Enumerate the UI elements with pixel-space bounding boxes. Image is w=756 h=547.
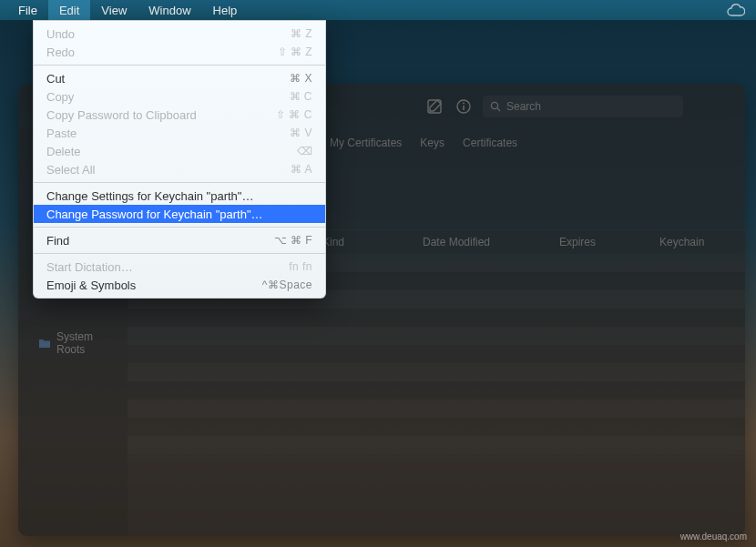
tab-keys[interactable]: Keys — [418, 135, 446, 151]
menu-item-label: Start Dictation… — [46, 260, 289, 274]
create-note-icon[interactable] — [424, 96, 444, 116]
menu-item-shortcut: ^⌘Space — [262, 279, 312, 291]
watermark: www.deuaq.com — [680, 532, 747, 542]
menu-item-label: Undo — [46, 27, 291, 41]
menu-item-label: Paste — [46, 127, 290, 140]
menu-item-label: Cut — [46, 72, 290, 86]
menu-item-copy: Copy⌘ C — [34, 87, 325, 106]
icloud-status-icon[interactable] — [727, 4, 745, 16]
menu-item-cut[interactable]: Cut⌘ X — [34, 69, 325, 87]
menu-item-label: Delete — [46, 145, 297, 158]
info-icon[interactable] — [454, 96, 474, 116]
menu-item-label: Select All — [46, 163, 291, 177]
menu-item-label: Emoji & Symbols — [46, 279, 262, 292]
menu-item-shortcut: ⌘ A — [291, 163, 312, 176]
tab-certificates[interactable]: Certificates — [461, 135, 519, 151]
table-row[interactable] — [128, 327, 745, 345]
menu-item-shortcut: ⇧ ⌘ Z — [278, 46, 313, 58]
menu-item-start-dictation: Start Dictation…fn fn — [34, 258, 325, 276]
menu-file[interactable]: File — [7, 0, 48, 20]
menu-edit[interactable]: Edit — [48, 0, 90, 20]
menu-separator — [34, 65, 325, 66]
menu-item-shortcut: ⌘ C — [290, 90, 313, 103]
column-keychain[interactable]: Keychain — [659, 236, 732, 248]
menu-item-shortcut: ⇧ ⌘ C — [276, 108, 312, 121]
table-row[interactable] — [128, 363, 745, 381]
menu-item-label: Find — [46, 234, 274, 248]
search-placeholder: Search — [506, 100, 541, 113]
menu-item-label: Redo — [46, 46, 278, 59]
table-row[interactable] — [128, 400, 745, 418]
menu-separator — [34, 227, 325, 228]
table-row[interactable] — [128, 436, 745, 454]
menu-item-find[interactable]: Find⌥ ⌘ F — [34, 231, 325, 249]
menu-item-label: Copy Password to Clipboard — [46, 108, 276, 122]
table-row[interactable] — [128, 418, 745, 436]
menu-item-shortcut: ⌥ ⌘ F — [274, 234, 313, 247]
menu-item-paste: Paste⌘ V — [34, 124, 325, 142]
svg-rect-3 — [463, 106, 465, 110]
svg-point-2 — [463, 103, 465, 105]
menu-item-change-password-for-keychain-parth[interactable]: Change Password for Keychain "parth"… — [34, 205, 325, 223]
menu-item-label: Change Settings for Keychain "parth"… — [46, 189, 312, 203]
menu-item-copy-password-to-clipboard: Copy Password to Clipboard⇧ ⌘ C — [34, 106, 325, 124]
menu-view[interactable]: View — [90, 0, 138, 20]
tab-my-certificates[interactable]: My Certificates — [328, 135, 404, 151]
menu-separator — [34, 182, 325, 183]
menu-item-redo: Redo⇧ ⌘ Z — [34, 43, 325, 61]
menu-window[interactable]: Window — [138, 0, 201, 20]
table-row[interactable] — [128, 309, 745, 327]
search-field[interactable]: Search — [483, 96, 683, 117]
column-date-modified[interactable]: Date Modified — [423, 236, 559, 248]
menu-help[interactable]: Help — [202, 0, 249, 20]
column-kind[interactable]: Kind — [322, 236, 423, 248]
menu-item-label: Copy — [46, 90, 290, 104]
folder-icon — [38, 338, 51, 349]
menubar: File Edit View Window Help — [0, 0, 756, 20]
menu-separator — [34, 253, 325, 254]
menu-item-emoji-symbols[interactable]: Emoji & Symbols^⌘Space — [34, 276, 325, 294]
search-icon — [490, 101, 501, 112]
sidebar-item-label: System Roots — [56, 330, 118, 356]
menu-item-shortcut: ⌘ V — [290, 127, 312, 139]
column-expires[interactable]: Expires — [559, 236, 659, 248]
edit-menu-dropdown: Undo⌘ ZRedo⇧ ⌘ ZCut⌘ XCopy⌘ CCopy Passwo… — [33, 20, 326, 299]
menu-item-shortcut: ⌘ X — [290, 72, 312, 85]
menu-item-label: Change Password for Keychain "parth"… — [46, 208, 312, 221]
menu-item-shortcut: ⌫ — [297, 145, 313, 157]
menu-item-shortcut: ⌘ Z — [291, 27, 312, 40]
menu-item-shortcut: fn fn — [289, 260, 312, 273]
svg-line-5 — [497, 108, 500, 111]
table-row[interactable] — [128, 381, 745, 400]
table-row[interactable] — [128, 345, 745, 363]
sidebar-item-system-roots[interactable]: System Roots — [18, 328, 128, 359]
menu-item-delete: Delete⌫ — [34, 142, 325, 160]
menu-item-undo: Undo⌘ Z — [34, 25, 325, 43]
menu-item-select-all: Select All⌘ A — [34, 160, 325, 178]
menu-item-change-settings-for-keychain-parth[interactable]: Change Settings for Keychain "parth"… — [34, 187, 325, 205]
svg-point-4 — [491, 102, 497, 108]
